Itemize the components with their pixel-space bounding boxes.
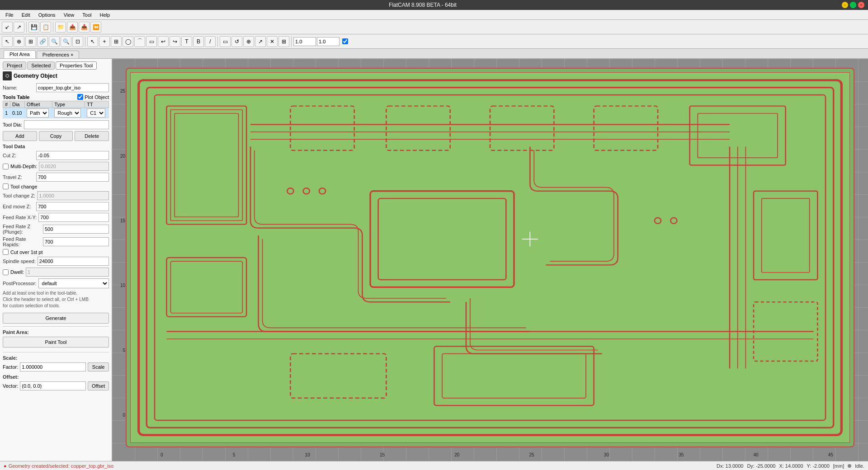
tb2-select[interactable]: ↖ [87,36,98,47]
generate-btn[interactable]: Generate [3,313,109,324]
tb2-path[interactable]: ⊞ [111,36,122,47]
feed-rate-xy-input[interactable] [38,213,109,222]
menu-file[interactable]: File [2,11,17,19]
panel-tab-selected[interactable]: Selected [27,61,55,70]
tb-new[interactable]: ↙ [2,22,13,33]
tb-reload[interactable]: 📥 [79,22,90,33]
tb2-rotate[interactable]: ↺ [231,36,242,47]
tb2-copy[interactable]: ▭ [220,36,231,47]
cell-type: Rough Finish [52,108,85,118]
close-btn[interactable]: × [858,2,864,8]
spindle-speed-input[interactable] [38,257,109,266]
tb2-bold[interactable]: B [193,36,204,47]
name-input[interactable]: copper_top.gbr_iso [36,83,109,92]
tools-table-header: Tools Table Plot Object [3,94,109,100]
dwell-checkbox[interactable] [3,269,9,275]
end-move-z-input[interactable] [36,202,109,211]
status-dx: Dx: 13.0000 [717,463,743,469]
tb2-arrow-l[interactable]: ↩ [158,36,169,47]
tb2-input2[interactable]: 1.0 [317,37,340,46]
menu-tool[interactable]: Tool [79,11,95,19]
tb2-hex[interactable]: ⊞ [278,36,289,47]
tool-dia-label: Tool Dia: [3,122,22,127]
tb2-checkbox[interactable] [342,38,348,44]
minimize-btn[interactable]: – [842,2,848,8]
tb2-rect[interactable]: ▭ [146,36,157,47]
tb-open[interactable]: ↗ [14,22,24,33]
tb2-pointer[interactable]: ↖ [2,36,13,47]
panel-tab-project[interactable]: Project [3,61,26,70]
tb2-add[interactable]: ⊕ [14,36,24,47]
divider1 [3,326,109,327]
tb2-union[interactable]: ⊕ [243,36,254,47]
col-offset: Offset [25,101,52,108]
cut-z-input[interactable] [36,151,109,160]
tb2-input1[interactable]: 1.0 [293,37,316,46]
feed-rate-rapids-input[interactable] [43,237,109,246]
status-bar: ● Geometry created/selected: copper_top.… [0,461,868,470]
status-unit: [mm] [833,463,844,469]
tb2-close[interactable]: ✕ [267,36,278,47]
tb2-zoom-fit[interactable]: ⊡ [72,36,83,47]
postprocessor-select[interactable]: default [38,278,109,288]
type-select[interactable]: Rough Finish [54,108,81,118]
plot-area[interactable]: 0 5 10 15 20 25 [112,59,868,461]
tb2-zoom-out[interactable]: 🔍 [61,36,71,47]
tt-select[interactable]: C1 C2 [87,108,105,118]
svg-rect-25 [754,191,817,280]
menu-options[interactable]: Options [35,11,59,19]
status-left: ● Geometry created/selected: copper_top.… [4,463,113,469]
multi-depth-checkbox[interactable] [3,164,9,169]
offset-select[interactable]: Path In Out [27,108,49,118]
scale-label: Scale: [3,355,109,361]
menu-view[interactable]: View [60,11,78,19]
tb2-text[interactable]: T [181,36,192,47]
maximize-btn[interactable]: □ [850,2,856,8]
tb2-arc[interactable]: ◯ [123,36,133,47]
panel-tab-properties[interactable]: Properties Tool [56,61,97,70]
svg-rect-5 [175,113,238,217]
scale-factor-input[interactable] [20,362,86,371]
spindle-speed-label: Spindle speed: [3,258,36,264]
svg-rect-2 [155,95,826,420]
tb2-zoom-in[interactable]: 🔍 [49,36,60,47]
add-btn[interactable]: Add [3,131,37,141]
offset-btn[interactable]: Offset [88,381,109,390]
menu-edit[interactable]: Edit [18,11,34,19]
tb2-grid[interactable]: ⊞ [25,36,36,47]
table-row[interactable]: 1 0.10 Path In Out Rough Finish [3,108,109,118]
paint-tool-btn[interactable]: Paint Tool [3,337,109,348]
tab-preferences[interactable]: Preferences × [37,51,80,58]
cut-over-checkbox[interactable] [3,249,9,255]
tb2-link[interactable]: 🔗 [37,36,48,47]
feed-rate-z-input[interactable] [43,225,109,234]
tb2-arrow-r[interactable]: ↪ [170,36,180,47]
tool-change-checkbox[interactable] [3,183,9,189]
multi-depth-input [39,162,109,171]
scale-btn[interactable]: Scale [88,362,109,371]
scale-factor-label: Factor: [3,364,18,370]
tb2-line[interactable]: / [205,36,216,47]
tb-save[interactable]: 💾 [28,22,39,33]
tool-dia-input[interactable] [24,120,109,129]
tb2-intersect[interactable]: ↗ [255,36,266,47]
travel-z-input[interactable] [36,173,109,182]
tb-export[interactable]: 📤 [67,22,78,33]
postprocessor-row: PostProcessor: default [3,278,109,288]
menu-bar: File Edit Options View Tool Help [0,10,868,20]
plot-object-checkbox[interactable] [77,94,83,100]
svg-rect-3 [167,106,247,225]
tb-save2[interactable]: 📋 [40,22,51,33]
plot-object-label: Plot Object [85,94,109,100]
tb-undo[interactable]: ⏪ [90,22,101,33]
tab-plot-area[interactable]: Plot Area [4,50,36,58]
tb-sep1 [26,22,27,33]
tb-import[interactable]: 📁 [55,22,66,33]
offset-vector-input[interactable] [20,381,86,390]
delete-btn[interactable]: Delete [75,131,109,141]
tb2-plus[interactable]: + [99,36,110,47]
feed-rate-z-row: Feed Rate Z (Plunge): [3,224,109,235]
tb2-curve[interactable]: ⌒ [134,36,145,47]
menu-help[interactable]: Help [96,11,113,19]
copy-btn[interactable]: Copy [39,131,73,141]
